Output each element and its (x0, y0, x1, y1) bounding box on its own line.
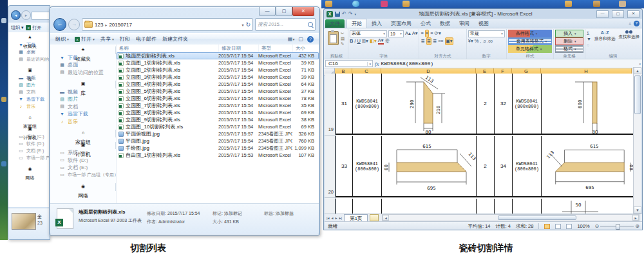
taskbar-icon[interactable] (402, 1, 410, 7)
cell-h19-diagram[interactable]: 800 80 (542, 74, 634, 134)
grow-font-icon[interactable]: A▴ (405, 30, 411, 37)
first-sheet-icon[interactable]: |◂ (327, 215, 330, 220)
sidebar-item[interactable]: ◉ 网络 (50, 183, 116, 191)
file-row[interactable]: 立面图_10切割砖列表.xls 2015/7/17 15:54 Microsof… (117, 123, 319, 130)
undo-icon[interactable]: ↶ (342, 11, 346, 17)
prev-sheet-icon[interactable]: ◂ (332, 215, 334, 220)
cut-icon[interactable]: ✂ (341, 31, 345, 36)
preview-pane-button[interactable]: ▢ (298, 36, 303, 42)
close-button[interactable]: ✕ (292, 7, 314, 16)
change-view-button[interactable]: ▦▾ (288, 36, 295, 42)
search-box[interactable]: 搜索 2015... (255, 18, 316, 31)
comma-icon[interactable]: , (480, 38, 481, 45)
background-explorer-window[interactable]: ◂ ▸ 组织 ▾ x 打开 ★ 收藏夹 ▼ 下载 ▦ 桌面 ▤ 最近 (8, 5, 50, 240)
italic-button[interactable]: I (354, 38, 355, 45)
add-title-link[interactable]: 添加标题 (276, 211, 294, 215)
fill-icon[interactable]: ▼ (587, 36, 591, 42)
paste-button[interactable] (328, 31, 339, 45)
sort-filter-button[interactable]: A↓Z 排序和筛选 (594, 30, 616, 42)
back-button[interactable]: ← (53, 18, 66, 31)
cell-g19[interactable]: KWD58041(800x800) (513, 74, 542, 134)
cell-b20[interactable]: 33 (336, 136, 353, 196)
vertical-scrollbar[interactable]: ▲ ▼ (633, 67, 641, 214)
cell-e19[interactable]: 2 (477, 74, 495, 134)
organize-button[interactable]: 组织▾ (55, 35, 69, 43)
ribbon-tab[interactable]: 开始 (346, 19, 367, 28)
file-row[interactable]: 立面图_5切割砖列表.xls 2015/7/17 15:54 Microsoft… (117, 88, 319, 95)
sidebar-item[interactable]: ⌂ 家庭组 (50, 130, 116, 137)
normal-view-button[interactable] (544, 224, 550, 229)
address-bar[interactable]: 123 ▸ 20150717 ▾ ↻ (82, 18, 253, 31)
taskbar-icon[interactable] (593, 1, 600, 7)
cell-c19[interactable]: KWD58041(800x800) (353, 74, 382, 134)
column-header-size[interactable]: 大小 (292, 45, 318, 52)
ribbon-tab[interactable]: 审阅 (455, 19, 474, 28)
style-button[interactable]: 单元格样式▾ (508, 45, 552, 53)
file-row[interactable]: 平面图.jpg 2015/7/17 15:54 2345看图王 JPG ... … (117, 137, 319, 145)
name-box[interactable]: C16▾ (325, 60, 373, 67)
cell-g20[interactable]: KWD58041(800x800) (513, 136, 542, 196)
back-button[interactable]: ◂ (11, 10, 21, 20)
align-center-icon[interactable]: ≣ (426, 37, 431, 45)
file-row[interactable]: 立面图_6切割砖列表.xls 2015/7/17 15:54 Microsoft… (117, 95, 319, 102)
help-icon[interactable]: ? (307, 36, 314, 43)
cell-e20[interactable]: 2 (477, 136, 495, 196)
font-size-select[interactable]: 10▾ (388, 30, 404, 37)
align-bottom-icon[interactable]: ≡ (430, 30, 433, 37)
sidebar-item[interactable]: ▭ 文档 (E:) (11, 147, 50, 154)
scroll-left-icon[interactable]: ◂ (383, 215, 389, 221)
redo-icon[interactable]: ↷ (348, 11, 353, 17)
sidebar-item[interactable]: ▼ 迅雷下载 (50, 110, 116, 118)
align-right-icon[interactable]: ≣ (433, 38, 437, 45)
file-row[interactable]: 立面图_4切割砖列表.xls 2015/7/17 15:54 Microsoft… (117, 81, 319, 88)
align-left-icon[interactable]: ≣ (421, 38, 424, 45)
sidebar-item[interactable]: ▼ 迅雷下载 (11, 95, 50, 103)
sidebar-item[interactable]: ★ 收藏夹 (11, 34, 50, 41)
sidebar-item[interactable]: ▣ 库 (50, 81, 116, 88)
zoom-slider[interactable]: ⊖ ⊕ (595, 223, 639, 229)
sidebar-item[interactable]: ★ 收藏夹 (50, 46, 116, 54)
page-layout-view-button[interactable] (555, 224, 561, 229)
scrollbar-thumb[interactable] (498, 215, 576, 220)
forward-button[interactable]: ▸ (21, 10, 31, 20)
underline-button[interactable]: U (357, 38, 360, 45)
sheet-tab[interactable]: 第1页 (344, 214, 368, 222)
sidebar-item[interactable]: ▤ 文档 (11, 88, 50, 95)
align-middle-icon[interactable]: ≡ (425, 30, 429, 37)
open-button[interactable]: x打开▾ (75, 35, 95, 43)
desktop-icon[interactable] (1, 18, 6, 23)
bold-button[interactable]: B (350, 38, 353, 45)
taskbar-icon[interactable] (381, 1, 388, 7)
insert-worksheet-icon[interactable] (370, 214, 379, 221)
file-row[interactable]: 立面图_8切割砖列表.xls 2015/7/17 15:54 Microsoft… (117, 109, 319, 116)
cell-f20[interactable]: 34 (495, 136, 513, 196)
sidebar-item[interactable]: ▣ 计算机 (11, 126, 50, 133)
maximize-button[interactable]: ▢ (276, 7, 292, 16)
print-button[interactable]: 打印 (120, 35, 130, 43)
shrink-font-icon[interactable]: A▾ (412, 30, 418, 37)
row-header[interactable]: 20 (328, 189, 334, 195)
forward-button[interactable]: → (68, 19, 80, 30)
style-button[interactable]: 条件格式▾ (508, 30, 552, 37)
align-top-icon[interactable]: ≡ (421, 30, 423, 37)
minimize-button[interactable]: — (259, 7, 276, 16)
ribbon-tab[interactable]: 公式 (416, 19, 435, 28)
sidebar-item[interactable]: ▣ 库 (11, 67, 50, 74)
file-row[interactable]: 自由面_1切割砖列表.xls 2015/7/17 15:53 Microsoft… (117, 152, 319, 159)
zoom-in-icon[interactable]: ⊕ (635, 223, 639, 229)
file-row[interactable]: 立面图_7切割砖列表.xls 2015/7/17 15:54 Microsoft… (117, 102, 319, 109)
address-dropdown-icon[interactable]: ▾ (242, 23, 243, 27)
file-row[interactable]: 平面俯视图.jpg 2015/7/17 15:57 2345看图王 JPG ..… (117, 130, 319, 137)
sidebar-item[interactable]: ▤ 最近访问的位置 (11, 55, 50, 63)
file-row[interactable]: 手绘图.jpg 2015/7/17 15:54 2345看图王 JPG ... … (117, 145, 319, 152)
increase-decimal-icon[interactable]: .0 (482, 38, 486, 45)
scroll-down-icon[interactable]: ▼ (634, 206, 641, 214)
cell-d19-diagram[interactable]: 290 210 80 113 (382, 74, 477, 134)
next-sheet-icon[interactable]: ▸ (336, 215, 337, 220)
taskbar-icon[interactable] (352, 1, 359, 7)
find-select-button[interactable]: 查找和选择 (618, 30, 639, 40)
taskbar-icon[interactable] (619, 1, 626, 7)
currency-icon[interactable]: ¥▾ (468, 38, 473, 45)
formula-input[interactable]: KWD58058(800x800) (381, 61, 434, 66)
file-row[interactable]: 立面图_3切割砖列表.xls 2015/7/17 15:54 Microsoft… (117, 74, 319, 81)
